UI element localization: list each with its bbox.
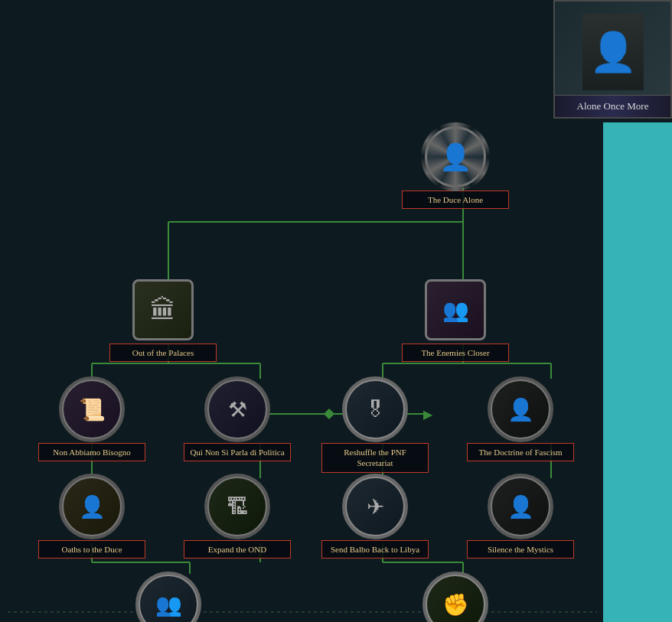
alone-once-more-label: Alone Once More bbox=[555, 95, 670, 117]
expand-ond-label: Expand the OND bbox=[184, 540, 291, 558]
focus-tree: ◀ ▶ 👤 The Duce Alone 🏛 Out of the Palace… bbox=[0, 119, 605, 622]
reshuffle-label: Reshuffle the PNF Secretariat bbox=[321, 443, 429, 473]
node-out-of-palaces[interactable]: 🏛 Out of the Palaces bbox=[109, 279, 217, 362]
node-enemies-closer[interactable]: 👥 The Enemies Closer bbox=[402, 279, 509, 362]
send-balbo-label: Send Balbo Back to Libya bbox=[321, 540, 429, 558]
qui-non-label: Qui Non Si Parla di Politica bbox=[184, 443, 291, 461]
node-younger-generation[interactable]: ✊ The Younger Generation bbox=[402, 574, 509, 622]
node-oceanic-crowds[interactable]: 👥 Oceanic Crowds bbox=[115, 574, 222, 622]
doctrine-label: The Doctrine of Fascism bbox=[467, 443, 574, 461]
duce-alone-label: The Duce Alone bbox=[402, 191, 509, 209]
out-palaces-label: Out of the Palaces bbox=[109, 344, 217, 362]
enemies-closer-label: The Enemies Closer bbox=[402, 344, 509, 362]
top-portrait-container: 👤 Alone Once More bbox=[553, 0, 672, 119]
right-panel bbox=[603, 122, 672, 622]
node-qui-non[interactable]: ⚒ Qui Non Si Parla di Politica bbox=[184, 379, 291, 461]
node-silence-mystics[interactable]: 👤 Silence the Mystics bbox=[467, 476, 574, 558]
node-expand-ond[interactable]: 🏗 Expand the OND bbox=[184, 476, 291, 558]
node-non-abbiamo[interactable]: 📜 Non Abbiamo Bisogno bbox=[38, 379, 145, 461]
node-reshuffle-pnf[interactable]: 🎖 Reshuffle the PNF Secretariat bbox=[321, 379, 429, 473]
node-doctrine-fascism[interactable]: 👤 The Doctrine of Fascism bbox=[467, 379, 574, 461]
node-duce-alone[interactable]: 👤 The Duce Alone bbox=[402, 126, 509, 209]
silence-mystics-label: Silence the Mystics bbox=[467, 540, 574, 558]
non-abbiamo-label: Non Abbiamo Bisogno bbox=[38, 443, 145, 461]
node-send-balbo[interactable]: ✈ Send Balbo Back to Libya bbox=[321, 476, 429, 558]
oaths-duce-label: Oaths to the Duce bbox=[38, 540, 145, 558]
node-oaths-duce[interactable]: 👤 Oaths to the Duce bbox=[38, 476, 145, 558]
